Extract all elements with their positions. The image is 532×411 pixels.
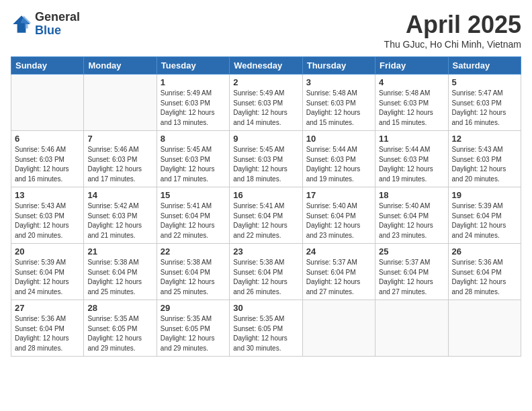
- weekday-header-saturday: Saturday: [448, 57, 521, 75]
- logo-icon: [11, 13, 32, 35]
- day-number: 18: [379, 190, 444, 200]
- day-number: 15: [161, 190, 226, 200]
- calendar-cell: 28Sunrise: 5:35 AM Sunset: 6:05 PM Dayli…: [84, 300, 157, 357]
- calendar-cell: 11Sunrise: 5:44 AM Sunset: 6:03 PM Dayli…: [375, 131, 448, 187]
- calendar-week-row-5: 27Sunrise: 5:36 AM Sunset: 6:04 PM Dayli…: [11, 300, 521, 357]
- calendar-cell: [84, 75, 157, 131]
- day-number: 7: [87, 134, 152, 144]
- calendar-cell: 27Sunrise: 5:36 AM Sunset: 6:04 PM Dayli…: [11, 300, 84, 357]
- day-info: Sunrise: 5:43 AM Sunset: 6:03 PM Dayligh…: [15, 201, 80, 240]
- day-info: Sunrise: 5:39 AM Sunset: 6:04 PM Dayligh…: [452, 201, 517, 240]
- weekday-header-wednesday: Wednesday: [230, 57, 302, 75]
- day-info: Sunrise: 5:36 AM Sunset: 6:04 PM Dayligh…: [15, 314, 80, 353]
- day-info: Sunrise: 5:35 AM Sunset: 6:05 PM Dayligh…: [87, 314, 152, 353]
- day-number: 20: [15, 246, 80, 257]
- day-number: 4: [379, 77, 444, 87]
- day-number: 11: [379, 134, 444, 144]
- calendar-table: SundayMondayTuesdayWednesdayThursdayFrid…: [11, 56, 521, 357]
- day-number: 30: [233, 303, 298, 313]
- calendar-cell: 14Sunrise: 5:42 AM Sunset: 6:03 PM Dayli…: [84, 187, 157, 244]
- day-number: 19: [452, 190, 517, 200]
- weekday-header-monday: Monday: [84, 57, 157, 75]
- calendar-cell: 25Sunrise: 5:37 AM Sunset: 6:04 PM Dayli…: [375, 244, 448, 300]
- calendar-cell: 18Sunrise: 5:40 AM Sunset: 6:04 PM Dayli…: [375, 187, 448, 244]
- weekday-header-row: SundayMondayTuesdayWednesdayThursdayFrid…: [11, 57, 521, 75]
- day-info: Sunrise: 5:40 AM Sunset: 6:04 PM Dayligh…: [306, 201, 371, 240]
- day-info: Sunrise: 5:45 AM Sunset: 6:03 PM Dayligh…: [233, 145, 298, 184]
- day-number: 17: [306, 190, 371, 200]
- calendar-cell: 23Sunrise: 5:38 AM Sunset: 6:04 PM Dayli…: [230, 244, 302, 300]
- day-info: Sunrise: 5:48 AM Sunset: 6:03 PM Dayligh…: [306, 89, 371, 128]
- day-number: 8: [161, 134, 226, 144]
- calendar-cell: 10Sunrise: 5:44 AM Sunset: 6:03 PM Dayli…: [302, 131, 375, 187]
- calendar-cell: 16Sunrise: 5:41 AM Sunset: 6:04 PM Dayli…: [230, 187, 302, 244]
- calendar-cell: 26Sunrise: 5:36 AM Sunset: 6:04 PM Dayli…: [448, 244, 521, 300]
- day-number: 22: [161, 246, 226, 257]
- calendar-cell: 12Sunrise: 5:43 AM Sunset: 6:03 PM Dayli…: [448, 131, 521, 187]
- calendar-cell: [302, 300, 375, 357]
- day-info: Sunrise: 5:46 AM Sunset: 6:03 PM Dayligh…: [87, 145, 152, 184]
- calendar-cell: 20Sunrise: 5:39 AM Sunset: 6:04 PM Dayli…: [11, 244, 84, 300]
- day-info: Sunrise: 5:43 AM Sunset: 6:03 PM Dayligh…: [452, 145, 517, 184]
- logo-general-text: General: [35, 11, 80, 24]
- day-number: 3: [306, 77, 371, 87]
- calendar-cell: 19Sunrise: 5:39 AM Sunset: 6:04 PM Dayli…: [448, 187, 521, 244]
- day-info: Sunrise: 5:47 AM Sunset: 6:03 PM Dayligh…: [452, 89, 517, 128]
- weekday-header-thursday: Thursday: [302, 57, 375, 75]
- calendar-week-row-4: 20Sunrise: 5:39 AM Sunset: 6:04 PM Dayli…: [11, 244, 521, 300]
- day-number: 21: [87, 246, 152, 257]
- calendar-cell: 21Sunrise: 5:38 AM Sunset: 6:04 PM Dayli…: [84, 244, 157, 300]
- day-number: 9: [233, 134, 298, 144]
- day-number: 29: [161, 303, 226, 313]
- calendar-cell: 15Sunrise: 5:41 AM Sunset: 6:04 PM Dayli…: [157, 187, 229, 244]
- title-block: April 2025 Thu GJuc, Ho Chi Minh, Vietna…: [384, 11, 521, 50]
- day-number: 16: [233, 190, 298, 200]
- calendar-cell: 9Sunrise: 5:45 AM Sunset: 6:03 PM Daylig…: [230, 131, 302, 187]
- day-info: Sunrise: 5:49 AM Sunset: 6:03 PM Dayligh…: [161, 89, 226, 128]
- calendar-cell: 7Sunrise: 5:46 AM Sunset: 6:03 PM Daylig…: [84, 131, 157, 187]
- calendar-cell: 3Sunrise: 5:48 AM Sunset: 6:03 PM Daylig…: [302, 75, 375, 131]
- day-number: 27: [15, 303, 80, 313]
- weekday-header-friday: Friday: [375, 57, 448, 75]
- calendar-cell: 5Sunrise: 5:47 AM Sunset: 6:03 PM Daylig…: [448, 75, 521, 131]
- day-number: 2: [233, 77, 298, 87]
- calendar-cell: 8Sunrise: 5:45 AM Sunset: 6:03 PM Daylig…: [157, 131, 229, 187]
- day-number: 14: [87, 190, 152, 200]
- calendar-cell: 30Sunrise: 5:35 AM Sunset: 6:05 PM Dayli…: [230, 300, 302, 357]
- day-info: Sunrise: 5:41 AM Sunset: 6:04 PM Dayligh…: [161, 201, 226, 240]
- calendar-cell: [11, 75, 84, 131]
- day-info: Sunrise: 5:48 AM Sunset: 6:03 PM Dayligh…: [379, 89, 444, 128]
- calendar-cell: 22Sunrise: 5:38 AM Sunset: 6:04 PM Dayli…: [157, 244, 229, 300]
- calendar-cell: 17Sunrise: 5:40 AM Sunset: 6:04 PM Dayli…: [302, 187, 375, 244]
- calendar-cell: 2Sunrise: 5:49 AM Sunset: 6:03 PM Daylig…: [230, 75, 302, 131]
- location-subtitle: Thu GJuc, Ho Chi Minh, Vietnam: [384, 39, 521, 50]
- logo-blue-text: Blue: [35, 24, 80, 38]
- day-info: Sunrise: 5:45 AM Sunset: 6:03 PM Dayligh…: [161, 145, 226, 184]
- day-number: 6: [15, 134, 80, 144]
- day-info: Sunrise: 5:46 AM Sunset: 6:03 PM Dayligh…: [15, 145, 80, 184]
- day-info: Sunrise: 5:49 AM Sunset: 6:03 PM Dayligh…: [233, 89, 298, 128]
- calendar-week-row-1: 1Sunrise: 5:49 AM Sunset: 6:03 PM Daylig…: [11, 75, 521, 131]
- calendar-cell: [375, 300, 448, 357]
- day-info: Sunrise: 5:38 AM Sunset: 6:04 PM Dayligh…: [87, 258, 152, 297]
- day-info: Sunrise: 5:41 AM Sunset: 6:04 PM Dayligh…: [233, 201, 298, 240]
- logo: General Blue: [11, 11, 80, 38]
- day-info: Sunrise: 5:38 AM Sunset: 6:04 PM Dayligh…: [233, 258, 298, 297]
- calendar-cell: 4Sunrise: 5:48 AM Sunset: 6:03 PM Daylig…: [375, 75, 448, 131]
- day-number: 1: [161, 77, 226, 87]
- month-year-title: April 2025: [384, 11, 521, 39]
- day-number: 28: [87, 303, 152, 313]
- calendar-week-row-2: 6Sunrise: 5:46 AM Sunset: 6:03 PM Daylig…: [11, 131, 521, 187]
- logo-text: General Blue: [35, 11, 80, 38]
- day-info: Sunrise: 5:36 AM Sunset: 6:04 PM Dayligh…: [452, 258, 517, 297]
- day-info: Sunrise: 5:35 AM Sunset: 6:05 PM Dayligh…: [161, 314, 226, 353]
- day-number: 25: [379, 246, 444, 257]
- page-header: General Blue April 2025 Thu GJuc, Ho Chi…: [11, 11, 521, 50]
- calendar-cell: 29Sunrise: 5:35 AM Sunset: 6:05 PM Dayli…: [157, 300, 229, 357]
- day-info: Sunrise: 5:39 AM Sunset: 6:04 PM Dayligh…: [15, 258, 80, 297]
- calendar-cell: 24Sunrise: 5:37 AM Sunset: 6:04 PM Dayli…: [302, 244, 375, 300]
- day-number: 10: [306, 134, 371, 144]
- weekday-header-sunday: Sunday: [11, 57, 84, 75]
- day-info: Sunrise: 5:37 AM Sunset: 6:04 PM Dayligh…: [306, 258, 371, 297]
- day-info: Sunrise: 5:42 AM Sunset: 6:03 PM Dayligh…: [87, 201, 152, 240]
